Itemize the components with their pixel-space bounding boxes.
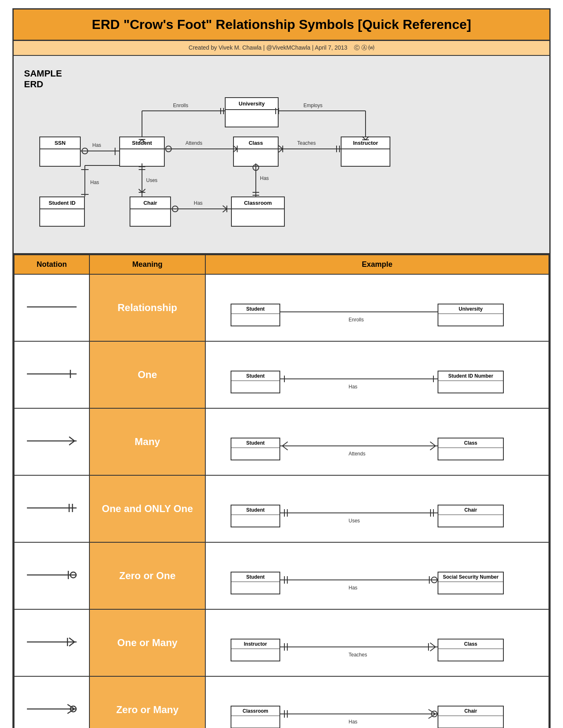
- svg-line-46: [279, 149, 283, 152]
- svg-line-100: [67, 709, 75, 714]
- svg-text:Enrolls: Enrolls: [173, 103, 188, 108]
- col-header-notation: Notation: [14, 255, 89, 274]
- ex-rel-label: Attends: [349, 451, 366, 457]
- entity-studentid: Student ID: [39, 196, 85, 227]
- table-row: Zero or Many Classroom Chair Has: [14, 676, 549, 728]
- meaning-cell: Zero or Many: [89, 676, 205, 728]
- svg-point-104: [431, 711, 437, 717]
- entity-instructor: Instructor: [341, 136, 390, 167]
- ex-left-label: Student: [231, 304, 279, 314]
- svg-line-89: [69, 638, 75, 642]
- table-header-row: Notation Meaning Example: [14, 255, 549, 274]
- example-cell: Classroom Chair Has: [205, 676, 549, 728]
- svg-line-96: [430, 647, 435, 651]
- ex-right-label: Class: [438, 438, 503, 448]
- ex-right-label: Class: [438, 639, 503, 649]
- ex-right-label: Social Security Number: [438, 572, 503, 582]
- license-icons: Ⓒ Ⓐ ⒲: [354, 44, 375, 51]
- entity-class: Class: [233, 136, 279, 167]
- ex-rel-label: Teaches: [349, 652, 367, 658]
- svg-line-70: [430, 446, 435, 450]
- col-header-example: Example: [205, 255, 549, 274]
- table-row: One and ONLY One Student Chair Uses: [14, 475, 549, 542]
- header: ERD "Crow's Foot" Relationship Symbols […: [14, 10, 549, 41]
- ex-rel-label: Has: [349, 719, 357, 725]
- ex-left-label: Classroom: [231, 706, 279, 716]
- svg-line-11: [139, 189, 142, 192]
- svg-line-105: [428, 709, 435, 714]
- svg-text:Attends: Attends: [185, 140, 202, 146]
- erd-label: SAMPLEERD: [24, 68, 62, 90]
- example-cell: Student Chair Uses: [205, 475, 549, 542]
- example-diagram: Student University Enrolls: [222, 283, 512, 333]
- example-cell: Student University Enrolls: [205, 274, 549, 341]
- svg-line-69: [430, 442, 435, 446]
- example-diagram: Student Student ID Number Has: [222, 350, 512, 400]
- svg-line-99: [67, 704, 75, 709]
- ex-left-label: Student: [231, 438, 279, 448]
- ex-left-label: Student: [231, 572, 279, 582]
- table-row: One or Many Instructor Class Teaches: [14, 609, 549, 676]
- example-cell: Student Student ID Number Has: [205, 341, 549, 408]
- col-header-meaning: Meaning: [89, 255, 205, 274]
- svg-line-52: [223, 206, 227, 209]
- meaning-cell: Many: [89, 408, 205, 475]
- ex-left-label: Student: [231, 371, 279, 381]
- svg-text:Has: Has: [92, 142, 101, 148]
- table-row: One Student Student ID Number Has: [14, 341, 549, 408]
- ex-rel-label: Enrolls: [349, 317, 364, 323]
- meaning-cell: One: [89, 341, 205, 408]
- notation-svg: [23, 429, 81, 453]
- table-row: Many Student Class Attends: [14, 408, 549, 475]
- svg-line-90: [69, 642, 75, 646]
- svg-point-2: [82, 148, 88, 154]
- svg-line-65: [69, 441, 75, 445]
- ex-rel-label: Uses: [349, 518, 360, 524]
- meaning-cell: Relationship: [89, 274, 205, 341]
- main-container: ERD "Crow's Foot" Relationship Symbols […: [12, 8, 551, 728]
- svg-text:Teaches: Teaches: [297, 140, 316, 146]
- svg-line-12: [142, 189, 145, 192]
- svg-text:Employs: Employs: [303, 103, 322, 108]
- entity-university: University: [225, 97, 279, 127]
- notation-cell: [14, 676, 89, 728]
- ex-left-label: Instructor: [231, 639, 279, 649]
- ex-left-label: Student: [231, 505, 279, 515]
- example-diagram: Student Class Attends: [222, 417, 512, 467]
- notation-cell: [14, 609, 89, 676]
- ex-right-label: Chair: [438, 505, 503, 515]
- meaning-cell: One and ONLY One: [89, 475, 205, 542]
- notation-svg: [23, 362, 81, 386]
- svg-text:Has: Has: [90, 180, 99, 185]
- entity-chair: Chair: [130, 196, 171, 227]
- svg-line-67: [282, 442, 288, 446]
- svg-line-64: [69, 437, 75, 441]
- notation-cell: [14, 542, 89, 609]
- meaning-cell: One or Many: [89, 609, 205, 676]
- svg-line-106: [428, 714, 435, 718]
- notation-cell: [14, 408, 89, 475]
- ex-rel-label: Has: [349, 384, 357, 390]
- subtitle-text: Created by Vivek M. Chawla | @VivekMChaw…: [189, 44, 348, 51]
- notation-svg: [23, 295, 81, 319]
- svg-text:Has: Has: [194, 200, 202, 206]
- svg-point-28: [166, 146, 171, 152]
- svg-text:Has: Has: [260, 175, 269, 181]
- ex-rel-label: Has: [349, 585, 357, 591]
- svg-line-45: [279, 146, 283, 149]
- notation-svg: [23, 496, 81, 520]
- svg-point-54: [172, 206, 178, 212]
- erd-sample-area: SAMPLEERD SSN Student ID Student Chair U…: [14, 56, 549, 254]
- table-row: Zero or One Student Social Security Numb…: [14, 542, 549, 609]
- svg-line-95: [430, 643, 435, 647]
- ex-right-label: Student ID Number: [438, 371, 503, 381]
- reference-table: Notation Meaning Example Relationship St…: [14, 254, 549, 728]
- notation-svg: [23, 563, 81, 587]
- page-title: ERD "Crow's Foot" Relationship Symbols […: [22, 17, 541, 32]
- svg-text:Uses: Uses: [146, 177, 157, 183]
- subheader: Created by Vivek M. Chawla | @VivekMChaw…: [14, 41, 549, 56]
- ex-right-label: University: [438, 304, 503, 314]
- ex-right-label: Chair: [438, 706, 503, 716]
- entity-ssn: SSN: [39, 136, 81, 167]
- entity-student: Student: [119, 136, 165, 167]
